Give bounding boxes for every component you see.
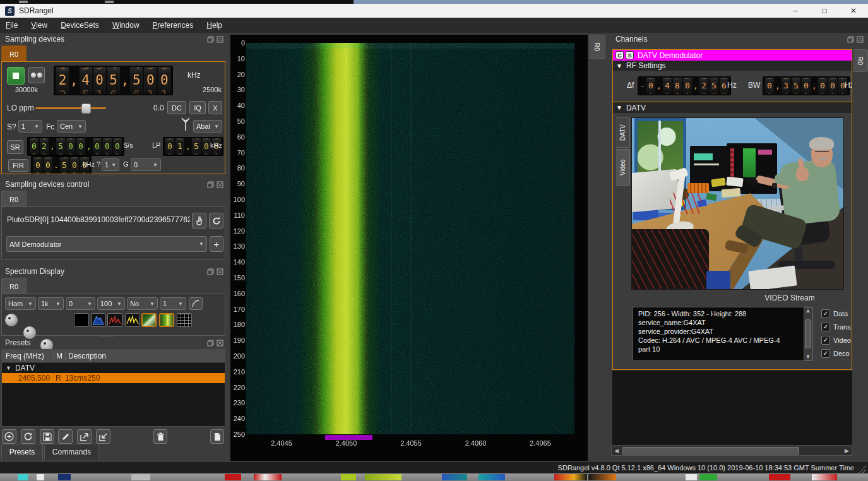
column-header-freq[interactable]: Freq (MHz) (2, 352, 54, 360)
start-stop-button[interactable] (7, 67, 25, 85)
iq-button[interactable]: IQ (189, 101, 206, 114)
channel-s-badge[interactable]: S (626, 51, 634, 59)
tab-channels-r0[interactable]: R0 (853, 49, 868, 72)
menu-item[interactable]: Preferences (153, 21, 194, 30)
stream-checkbox[interactable]: Data (821, 307, 852, 320)
waterfall-display[interactable] (246, 43, 574, 434)
spectrum-red-button[interactable] (107, 313, 122, 327)
float-window-icon[interactable] (847, 36, 854, 43)
update-preset-button[interactable] (21, 429, 35, 444)
waterfall-only-button[interactable] (159, 313, 174, 327)
spectrum-blue-button[interactable] (91, 313, 106, 327)
sr-button[interactable]: SR (7, 140, 23, 154)
import-preset-button[interactable] (96, 429, 110, 444)
tab-sampling-r0[interactable]: R0 (1, 45, 27, 62)
scrollbar-thumb[interactable] (622, 447, 799, 454)
edit-preset-button[interactable] (58, 429, 73, 444)
waterfall-spectrum-button[interactable] (141, 313, 157, 327)
minimize-button[interactable]: – (781, 4, 810, 18)
ref-level-select[interactable]: 0▼ (66, 297, 95, 310)
maximize-button[interactable]: □ (810, 4, 839, 18)
close-panel-icon[interactable] (217, 181, 223, 188)
sample-rate-dial[interactable]: 901123,456901901,901901901 (27, 137, 124, 156)
log-lin-button[interactable] (189, 297, 203, 310)
lo-ppm-slider-handle[interactable] (81, 104, 91, 114)
add-channel-button[interactable]: + (210, 236, 223, 252)
resize-grip[interactable]: ······ (100, 174, 115, 176)
close-panel-icon[interactable] (217, 36, 223, 43)
range-select[interactable]: 100▼ (97, 297, 125, 310)
device-reload-button[interactable] (209, 213, 223, 229)
stream-checkbox[interactable]: Deco (821, 347, 852, 360)
lo-ppm-slider-track[interactable] (35, 107, 106, 109)
stream-checkbox[interactable]: Trans (821, 321, 852, 333)
channel-add-select[interactable]: AM Demodulator▼ (6, 236, 207, 252)
knob-dial[interactable] (23, 326, 36, 339)
streams-select[interactable]: 1▼ (18, 120, 42, 133)
fir-button[interactable]: FIR (8, 159, 28, 172)
gain-select[interactable]: 0▼ (131, 158, 161, 171)
menu-item[interactable]: File (6, 21, 18, 30)
frequency-shift-dial[interactable]: -901,345789901,123456567 (638, 76, 731, 95)
record-button[interactable] (28, 67, 45, 83)
preset-row-selected[interactable]: 2405.500 R 13cms250 (2, 373, 225, 383)
fft-size-select[interactable]: 1k▼ (38, 297, 64, 310)
close-panel-icon[interactable] (857, 36, 864, 43)
fir-stages-select[interactable]: 1▼ (102, 158, 119, 171)
scroll-down-icon[interactable]: ▼ (806, 354, 811, 360)
close-panel-icon[interactable] (217, 268, 223, 275)
menu-item[interactable]: DeviceSets (61, 21, 99, 30)
grid-button[interactable] (177, 313, 192, 327)
stream-checkbox[interactable]: Video (821, 334, 852, 347)
datv-section-bar[interactable]: ▼ DATV (613, 102, 852, 113)
float-window-icon[interactable] (207, 340, 214, 347)
averaging-select[interactable]: No▼ (127, 297, 158, 310)
column-header-description[interactable]: Description (66, 352, 106, 360)
antenna-select[interactable]: Abal▼ (193, 120, 222, 133)
new-preset-button[interactable] (2, 429, 16, 444)
frequency-band-select[interactable]: Ham▼ (5, 297, 36, 310)
tab-commands[interactable]: Commands (44, 444, 99, 460)
menu-item[interactable]: Window (112, 21, 140, 30)
device-select-button[interactable] (192, 213, 206, 229)
scroll-right-icon[interactable]: ▶ (845, 448, 849, 454)
column-header-mode[interactable]: M (54, 352, 66, 360)
float-window-icon[interactable] (207, 36, 214, 43)
tab-video[interactable]: Video (616, 149, 630, 186)
menu-item[interactable]: Help (206, 21, 222, 30)
tab-presets[interactable]: Presets (1, 444, 43, 460)
tree-expander-icon[interactable]: ▼ (2, 365, 11, 371)
tab-spectrum-r0[interactable]: R0 (1, 278, 27, 294)
preset-group-row[interactable]: ▼ DATV (2, 363, 225, 373)
scroll-left-icon[interactable]: ◀ (614, 448, 619, 454)
blank-display-button[interactable] (74, 313, 89, 327)
menu-item[interactable]: View (31, 21, 47, 30)
x-button[interactable]: X (208, 101, 222, 114)
rf-bandwidth-dial[interactable]: 901,234456901,901901901 (763, 76, 850, 95)
channel-c-badge[interactable]: C (615, 51, 624, 59)
tab-datv-settings[interactable]: DATV (616, 117, 630, 148)
close-button[interactable]: ✕ (839, 4, 868, 18)
float-window-icon[interactable] (207, 268, 214, 275)
device-serial-text[interactable]: PlutoSDR[0] 104400b839910003feff2700d239… (7, 215, 190, 224)
close-panel-icon[interactable] (217, 340, 223, 347)
presets-file-button[interactable] (210, 429, 224, 444)
dc-button[interactable]: DC (167, 101, 186, 114)
tab-control-r0[interactable]: R0 (1, 191, 27, 207)
center-frequency-dial[interactable]: 123,345901456,456901901 (54, 66, 173, 95)
scrollbar-thumb[interactable] (805, 319, 811, 348)
decay-select[interactable]: 1▼ (160, 297, 186, 310)
export-preset-button[interactable] (77, 429, 92, 444)
tab-spectrum-window-r0[interactable]: R0 (589, 35, 605, 59)
delete-preset-button[interactable] (153, 429, 167, 444)
float-window-icon[interactable] (207, 181, 214, 188)
rf-settings-section-bar[interactable]: ▼ RF Settings (613, 61, 852, 71)
resize-grip[interactable] (859, 465, 866, 473)
stream-info-scrollbar[interactable]: ▲ ▼ (804, 307, 812, 360)
scroll-up-icon[interactable]: ▲ (806, 308, 811, 314)
resize-grip[interactable]: ······ (100, 335, 115, 338)
save-preset-button[interactable] (40, 429, 54, 444)
channel-header[interactable]: C S DATV Demodulator (613, 50, 852, 61)
channels-h-scrollbar[interactable]: ◀ ▶ (611, 446, 852, 456)
knob-dial[interactable] (5, 314, 18, 326)
